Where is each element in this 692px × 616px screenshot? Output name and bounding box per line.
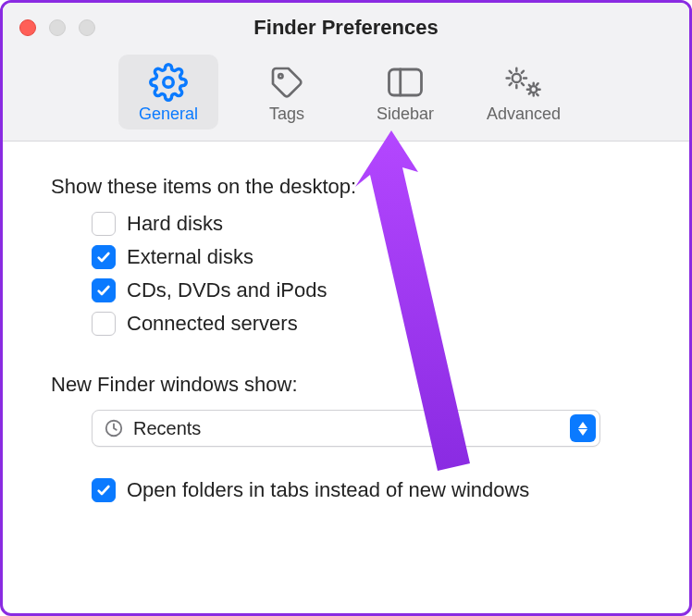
- checkbox-row-cds-dvds-ipods[interactable]: CDs, DVDs and iPods: [92, 278, 649, 302]
- gears-icon: [502, 62, 545, 103]
- desktop-items-list: Hard disks External disks CDs, DVDs and …: [51, 212, 649, 336]
- checkbox-label: Open folders in tabs instead of new wind…: [127, 478, 529, 502]
- tab-advanced[interactable]: Advanced: [474, 55, 574, 129]
- tab-label: General: [139, 105, 198, 124]
- checkbox-row-hard-disks[interactable]: Hard disks: [92, 212, 649, 236]
- maximize-button[interactable]: [79, 19, 95, 36]
- window-title: Finder Preferences: [19, 16, 673, 49]
- svg-point-0: [164, 78, 174, 88]
- tab-label: Tags: [269, 105, 304, 124]
- tab-tags[interactable]: Tags: [237, 55, 337, 129]
- checkbox[interactable]: [92, 245, 116, 269]
- desktop-section-label: Show these items on the desktop:: [51, 175, 649, 199]
- titlebar: Finder Preferences General Tags: [3, 3, 689, 142]
- checkbox[interactable]: [92, 478, 116, 502]
- svg-rect-2: [389, 69, 422, 95]
- toolbar-tabs: General Tags Sidebar: [19, 49, 673, 141]
- sidebar-icon: [386, 62, 425, 103]
- gear-icon: [149, 62, 188, 103]
- svg-point-1: [278, 74, 282, 78]
- svg-point-5: [530, 86, 537, 92]
- minimize-button[interactable]: [49, 19, 66, 36]
- svg-marker-8: [578, 429, 587, 436]
- dropdown-selected-label: Recents: [133, 418, 570, 439]
- svg-point-4: [513, 74, 521, 82]
- clock-icon: [104, 418, 124, 438]
- checkbox-row-open-in-tabs[interactable]: Open folders in tabs instead of new wind…: [51, 478, 649, 502]
- checkbox[interactable]: [92, 278, 116, 302]
- checkbox[interactable]: [92, 212, 116, 236]
- tab-label: Sidebar: [377, 105, 434, 124]
- checkbox-label: External disks: [127, 245, 253, 269]
- new-windows-dropdown[interactable]: Recents: [92, 410, 600, 447]
- traffic-lights: [19, 19, 95, 36]
- tab-general[interactable]: General: [118, 55, 218, 129]
- checkbox-label: Hard disks: [127, 212, 223, 236]
- tab-sidebar[interactable]: Sidebar: [355, 55, 455, 129]
- close-button[interactable]: [19, 19, 36, 36]
- tag-icon: [268, 62, 305, 103]
- checkbox[interactable]: [92, 312, 116, 336]
- tab-label: Advanced: [487, 105, 561, 124]
- checkbox-row-connected-servers[interactable]: Connected servers: [92, 312, 649, 336]
- content-pane: Show these items on the desktop: Hard di…: [3, 142, 689, 524]
- svg-marker-7: [578, 422, 587, 428]
- checkbox-label: CDs, DVDs and iPods: [127, 278, 327, 302]
- checkbox-row-external-disks[interactable]: External disks: [92, 245, 649, 269]
- chevron-up-down-icon: [570, 414, 596, 442]
- checkbox-label: Connected servers: [127, 312, 298, 336]
- new-windows-section-label: New Finder windows show:: [51, 373, 649, 397]
